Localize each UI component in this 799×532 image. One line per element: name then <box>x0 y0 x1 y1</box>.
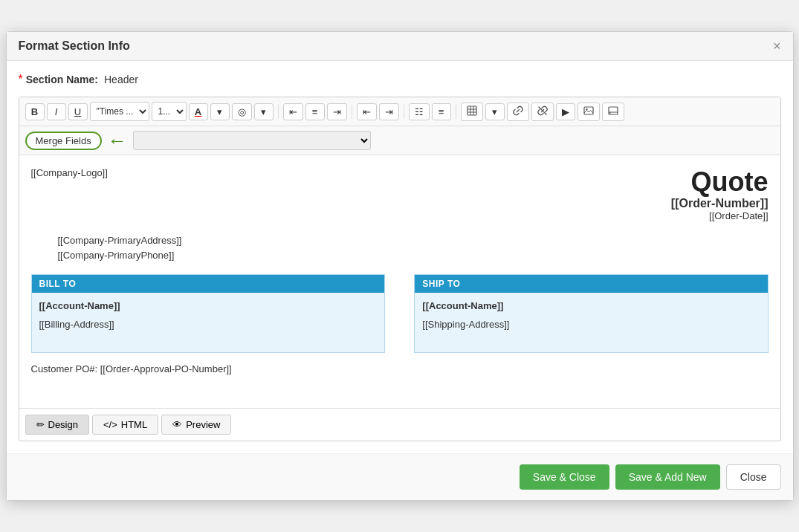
bill-to-address: [[Billing-Address]] <box>39 319 377 330</box>
customer-po: Customer PO#: [[Order-Approval-PO-Number… <box>31 363 769 374</box>
unlink-icon <box>537 106 548 118</box>
unordered-list-button[interactable]: ≡ <box>432 103 451 120</box>
modal-dialog: Format Section Info × * Section Name: He… <box>6 31 794 501</box>
merge-fields-button[interactable]: Merge Fields <box>25 132 102 150</box>
close-button[interactable]: Close <box>726 464 781 490</box>
billing-box: BILL TO [[Account-Name]] [[Billing-Addre… <box>31 274 385 353</box>
modal-footer: Save & Close Save & Add New Close <box>7 453 793 500</box>
shipping-body: [[Account-Name]] [[Shipping-Address]] <box>415 293 767 352</box>
save-add-new-button[interactable]: Save & Add New <box>615 464 720 490</box>
modal-close-button[interactable]: × <box>773 39 781 53</box>
font-family-select[interactable]: "Times ... <box>90 102 149 121</box>
quote-info-right: Quote [[Order-Number]] [[Order-Date]] <box>671 167 769 221</box>
highlight-icon: ◎ <box>238 106 246 117</box>
modal-title: Format Section Info <box>19 39 130 53</box>
ordered-list-icon: ☷ <box>415 106 424 117</box>
html-icon: </> <box>103 419 117 430</box>
indent-left-icon: ⇤ <box>363 106 371 117</box>
company-address-area: [[Company-PrimaryAddress]] [[Company-Pri… <box>31 233 769 265</box>
font-size-select[interactable]: 1... <box>152 102 187 121</box>
align-left-icon: ⇤ <box>289 106 297 117</box>
indent-right-icon: ⇥ <box>385 106 393 117</box>
link-button[interactable] <box>507 103 529 121</box>
bill-to-header: BILL TO <box>32 275 384 293</box>
billing-body: [[Account-Name]] [[Billing-Address]] <box>32 293 384 352</box>
svg-rect-5 <box>584 107 593 114</box>
image2-button[interactable] <box>602 103 624 121</box>
table-dropdown-button[interactable]: ▾ <box>485 103 505 120</box>
editor-tabs: ✏ Design </> HTML 👁 Preview <box>19 408 780 441</box>
align-center-button[interactable]: ≡ <box>305 103 325 120</box>
tab-html[interactable]: </> HTML <box>92 415 158 435</box>
company-logo-field: [[Company-Logo]] <box>31 167 108 221</box>
ship-to-account: [[Account-Name]] <box>422 300 760 311</box>
underline-button[interactable]: U <box>68 103 88 120</box>
preview-tab-label: Preview <box>186 419 220 430</box>
section-name-row: * Section Name: Header <box>19 73 781 86</box>
align-right-button[interactable]: ⇥ <box>327 103 347 120</box>
save-close-button[interactable]: Save & Close <box>520 464 609 490</box>
section-name-label: Section Name: <box>26 74 98 85</box>
order-number-field: [[Order-Number]] <box>671 197 769 210</box>
link-icon <box>513 106 523 118</box>
modal-overlay: Format Section Info × * Section Name: He… <box>0 0 799 532</box>
image-button[interactable] <box>578 103 600 121</box>
align-center-icon: ≡ <box>312 106 318 117</box>
design-icon: ✏ <box>36 419 45 430</box>
html-tab-label: HTML <box>121 419 147 430</box>
unordered-list-icon: ≡ <box>439 106 444 117</box>
merge-fields-select[interactable] <box>133 131 371 150</box>
font-color-icon: A <box>195 106 201 117</box>
modal-header: Format Section Info × <box>7 32 793 61</box>
billing-shipping-row: BILL TO [[Account-Name]] [[Billing-Addre… <box>31 274 769 353</box>
modal-body: * Section Name: Header B I U "Times ... … <box>7 61 793 453</box>
italic-button[interactable]: I <box>47 103 66 120</box>
align-right-icon: ⇥ <box>333 106 341 117</box>
table-button[interactable] <box>461 103 483 121</box>
separator-2 <box>352 104 352 119</box>
shipping-box: SHIP TO [[Account-Name]] [[Shipping-Addr… <box>414 274 768 353</box>
merge-arrow-icon: ← <box>108 131 127 150</box>
ship-to-address: [[Shipping-Address]] <box>422 319 760 330</box>
font-color-button[interactable]: A <box>189 103 208 120</box>
indent-left-button[interactable]: ⇤ <box>357 103 377 120</box>
bold-button[interactable]: B <box>25 103 45 120</box>
editor-container: B I U "Times ... 1... A ▾ ◎ <box>19 97 781 441</box>
quote-title: Quote <box>671 167 769 197</box>
quote-header-area: [[Company-Logo]] Quote [[Order-Number]] … <box>31 167 769 221</box>
separator-4 <box>456 104 456 119</box>
font-color-dropdown[interactable]: ▾ <box>210 103 230 120</box>
image2-icon <box>608 106 618 118</box>
play-icon: ▶ <box>562 106 569 117</box>
tab-design[interactable]: ✏ Design <box>25 415 89 435</box>
bill-to-account: [[Account-Name]] <box>39 300 377 311</box>
design-tab-label: Design <box>48 419 78 430</box>
svg-rect-0 <box>468 106 476 115</box>
indent-right-button[interactable]: ⇥ <box>379 103 399 120</box>
section-name-value: Header <box>104 74 138 85</box>
company-primary-phone: [[Company-PrimaryPhone]] <box>58 248 769 264</box>
order-date-field: [[Order-Date]] <box>671 210 769 221</box>
highlight-button[interactable]: ◎ <box>232 103 252 120</box>
unlink-button[interactable] <box>531 103 554 121</box>
tab-preview[interactable]: 👁 Preview <box>161 415 231 435</box>
play-button[interactable]: ▶ <box>556 103 575 120</box>
table-icon <box>467 106 477 118</box>
image-icon <box>583 106 594 118</box>
separator-1 <box>278 104 279 119</box>
toolbar: B I U "Times ... 1... A ▾ ◎ <box>19 97 780 126</box>
separator-3 <box>404 104 404 119</box>
ordered-list-button[interactable]: ☷ <box>409 103 430 120</box>
required-star: * <box>19 73 23 86</box>
merge-fields-row: Merge Fields ← <box>19 126 780 155</box>
align-left-button[interactable]: ⇤ <box>283 103 303 120</box>
ship-to-header: SHIP TO <box>415 275 767 293</box>
preview-icon: 👁 <box>172 419 182 430</box>
highlight-dropdown[interactable]: ▾ <box>254 103 274 120</box>
company-primary-address: [[Company-PrimaryAddress]] <box>58 233 769 249</box>
editor-content[interactable]: [[Company-Logo]] Quote [[Order-Number]] … <box>19 155 780 408</box>
